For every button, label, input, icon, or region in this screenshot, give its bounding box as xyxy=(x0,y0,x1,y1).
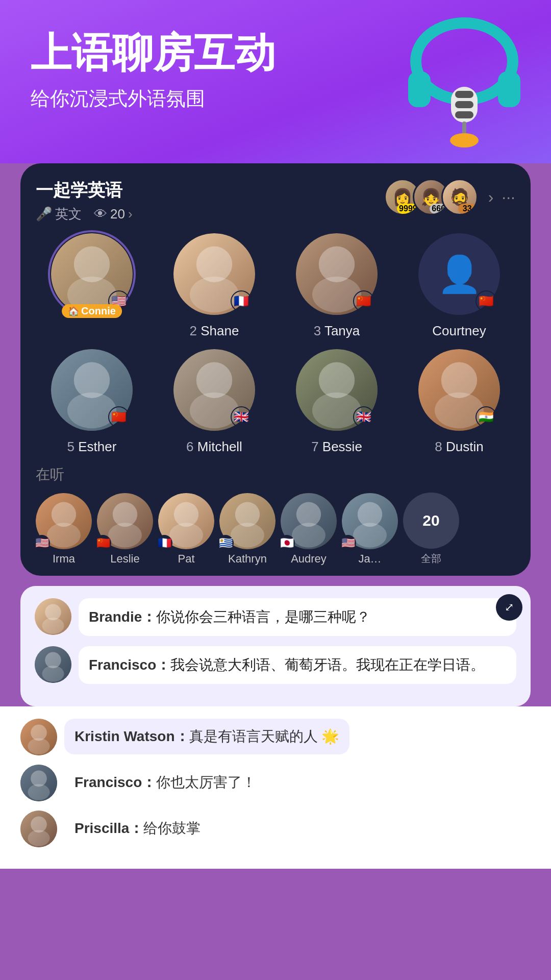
top-users-more-arrow[interactable]: › xyxy=(488,188,494,207)
chat-bubble-Brandie: Brandie：你说你会三种语言，是哪三种呢？ xyxy=(79,598,516,636)
speaker-wrap-Shane: 🇫🇷 xyxy=(173,233,255,315)
listener-item-Pat[interactable]: 🇫🇷 Pat xyxy=(158,493,214,566)
listener-flag-Leslie: 🇨🇳 xyxy=(95,535,111,551)
svg-rect-5 xyxy=(455,101,473,108)
listener-item-Leslie[interactable]: 🇨🇳 Leslie xyxy=(97,493,153,566)
svg-point-10 xyxy=(74,247,110,282)
svg-point-47 xyxy=(353,523,387,547)
listener-avatar-Pat: 🇫🇷 xyxy=(158,493,214,549)
speaker-item-courtney[interactable]: 👤 🇨🇳 Courtney xyxy=(403,233,515,339)
svg-point-32 xyxy=(47,523,81,547)
speaker-item-connie[interactable]: 🇺🇸 🏠Connie xyxy=(36,233,148,339)
listener-name-Pat: Pat xyxy=(178,552,194,566)
speaker-flag-Dustin: 🇮🇳 xyxy=(475,406,497,428)
svg-rect-6 xyxy=(455,111,473,118)
listener-avatar-Kathryn: 🇺🇾 xyxy=(219,493,276,549)
listener-name-Kathryn: Kathryn xyxy=(228,552,267,566)
speaker-item-shane[interactable]: 🇫🇷 2 Shane xyxy=(158,233,270,339)
speaker-item-mitchell[interactable]: 🇬🇧 6 Mitchell xyxy=(158,349,270,455)
more-options-button[interactable]: ··· xyxy=(502,188,515,207)
svg-point-8 xyxy=(450,133,479,148)
top-users-stack: 👩 9999 👧 666 🧔 33 xyxy=(384,179,478,215)
speaker-wrap-Tanya: 🇨🇳 xyxy=(296,233,378,315)
listener-avatar-Ja…: 🇺🇸 xyxy=(342,493,398,549)
all-label: 全部 xyxy=(421,552,441,566)
lower-msg-Kristin Watson: Kristin Watson：真是有语言天赋的人 🌟 xyxy=(20,719,531,755)
collapse-chat-button[interactable]: ⤢ xyxy=(496,594,522,621)
language-label: 英文 xyxy=(55,205,82,223)
svg-point-23 xyxy=(190,393,239,428)
viewers-arrow: › xyxy=(128,206,133,222)
listener-name-Leslie: Leslie xyxy=(110,552,139,566)
speaker-wrap-Esther: 🇨🇳 xyxy=(51,349,133,431)
listener-avatar-Audrey: 🇯🇵 xyxy=(281,493,337,549)
svg-point-20 xyxy=(67,393,116,428)
speaker-wrap-Mitchell: 🇬🇧 xyxy=(173,349,255,431)
listener-avatar-Irma: 🇺🇸 xyxy=(36,493,92,549)
eye-icon: 👁 xyxy=(94,206,107,222)
chat-section: Brandie：你说你会三种语言，是哪三种呢？ Francisco：我会说意大利… xyxy=(20,586,531,706)
hero-decoration xyxy=(398,10,531,153)
svg-point-56 xyxy=(28,738,49,754)
svg-point-29 xyxy=(435,393,484,428)
listener-item-Audrey[interactable]: 🇯🇵 Audrey xyxy=(281,493,337,566)
speaker-name-Shane: 2 Shane xyxy=(190,323,239,339)
speaker-flag-Courtney: 🇨🇳 xyxy=(475,290,497,312)
lower-bubble-Francisco: Francisco：你也太厉害了！ xyxy=(64,765,266,800)
svg-point-59 xyxy=(28,784,49,800)
top-user-3-score: 33 xyxy=(458,204,477,214)
chat-avatar-Brandie xyxy=(35,598,71,635)
speakers-grid: 🇺🇸 🏠Connie 🇫🇷 2 Shane 🇨🇳 xyxy=(36,233,515,455)
listener-item-Irma[interactable]: 🇺🇸 Irma xyxy=(36,493,92,566)
listener-flag-Audrey: 🇯🇵 xyxy=(279,535,295,551)
speaker-wrap-Bessie: 🇬🇧 xyxy=(296,349,378,431)
lower-msg-Priscilla: Priscilla：给你鼓掌 xyxy=(20,811,531,847)
hero-section: 上语聊房互动 给你沉浸式外语氛围 xyxy=(0,0,551,163)
listeners-label: 在听 xyxy=(36,465,515,484)
speaker-item-esther[interactable]: 🇨🇳 5 Esther xyxy=(36,349,148,455)
viewer-count: 20 xyxy=(110,206,125,222)
speaker-item-tanya[interactable]: 🇨🇳 3 Tanya xyxy=(281,233,393,339)
listener-item-Kathryn[interactable]: 🇺🇾 Kathryn xyxy=(219,493,276,566)
speaker-item-dustin[interactable]: 🇮🇳 8 Dustin xyxy=(403,349,515,455)
card-header: 一起学英语 🎤 英文 👁 20 › 👩 9999 xyxy=(36,179,515,223)
room-meta: 🎤 英文 👁 20 › xyxy=(36,205,133,223)
listeners-section: 在听 🇺🇸 Irma 🇨🇳 Leslie xyxy=(36,465,515,566)
speaker-wrap-Dustin: 🇮🇳 xyxy=(418,349,500,431)
speaker-name-Mitchell: 6 Mitchell xyxy=(186,439,242,455)
svg-point-41 xyxy=(231,523,264,547)
chat-avatar-Francisco xyxy=(35,646,71,683)
listener-name-Ja…: Ja… xyxy=(358,552,381,566)
top-user-3[interactable]: 🧔 33 xyxy=(441,179,478,215)
speaker-name-Tanya: 3 Tanya xyxy=(314,323,360,339)
speaker-name-Bessie: 7 Bessie xyxy=(311,439,362,455)
more-count: 20 xyxy=(422,512,439,529)
svg-point-14 xyxy=(190,277,239,312)
svg-point-26 xyxy=(312,393,361,428)
speaker-flag-Bessie: 🇬🇧 xyxy=(353,406,374,428)
lower-avatar-Francisco xyxy=(20,765,57,801)
mic-icon: 🎤 xyxy=(36,206,52,222)
listener-item-Ja…[interactable]: 🇺🇸 Ja… xyxy=(342,493,398,566)
svg-point-53 xyxy=(42,666,64,682)
lower-msg-Francisco: Francisco：你也太厉害了！ xyxy=(20,765,531,801)
listener-avatar-Leslie: 🇨🇳 xyxy=(97,493,153,549)
listener-name-Audrey: Audrey xyxy=(291,552,327,566)
lower-chat-section: Kristin Watson：真是有语言天赋的人 🌟 Francisco：你也太… xyxy=(0,706,551,869)
lower-bubble-Priscilla: Priscilla：给你鼓掌 xyxy=(64,811,211,846)
speaker-item-bessie[interactable]: 🇬🇧 7 Bessie xyxy=(281,349,393,455)
lower-avatar-Priscilla xyxy=(20,811,57,847)
listeners-row: 🇺🇸 Irma 🇨🇳 Leslie 🇫🇷 Pat xyxy=(36,493,515,566)
lower-bubble-Kristin Watson: Kristin Watson：真是有语言天赋的人 🌟 xyxy=(64,719,349,754)
lower-avatar-Kristin Watson xyxy=(20,719,57,755)
room-info: 一起学英语 🎤 英文 👁 20 › xyxy=(36,179,133,223)
speaker-flag-Esther: 🇨🇳 xyxy=(108,406,130,428)
host-badge: 🏠Connie xyxy=(62,304,122,318)
more-count-circle: 20 xyxy=(403,493,459,549)
room-viewers-item[interactable]: 👁 20 › xyxy=(94,206,133,222)
speaker-flag-Shane: 🇫🇷 xyxy=(231,290,252,312)
svg-rect-1 xyxy=(408,71,431,107)
speaker-name-Esther: 5 Esther xyxy=(67,439,117,455)
more-listeners-button[interactable]: 20 全部 xyxy=(403,493,459,566)
speaker-wrap-Connie: 🇺🇸 🏠Connie xyxy=(51,233,133,315)
